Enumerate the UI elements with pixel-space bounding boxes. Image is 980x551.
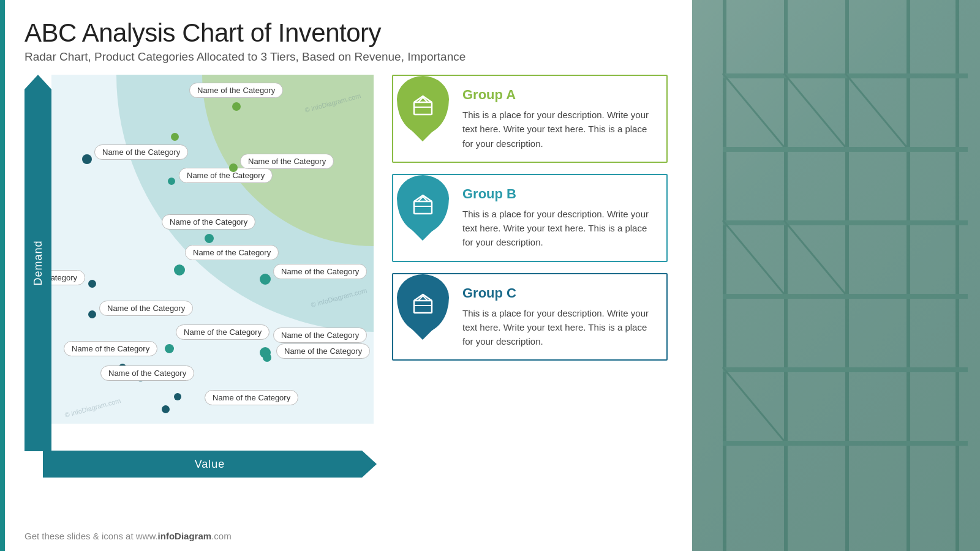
group-a-icon-container bbox=[392, 76, 453, 134]
group-c-icon-shape bbox=[397, 274, 449, 332]
label-7: Name of the Category bbox=[51, 270, 85, 285]
group-c-card: Group C This is a place for your descrip… bbox=[392, 273, 668, 361]
label-8: Name of the Category bbox=[273, 264, 367, 279]
svg-rect-1 bbox=[784, 0, 788, 551]
group-a-text: Group A This is a place for your descrip… bbox=[453, 87, 655, 151]
header: ABC Analysis Chart of Inventory Radar Ch… bbox=[24, 18, 668, 64]
box-icon-a bbox=[409, 91, 437, 119]
box-icon-b bbox=[409, 190, 437, 218]
data-point-5: Name of the Category bbox=[229, 163, 238, 172]
dot-7 bbox=[88, 280, 96, 288]
label-6: Name of the Category bbox=[162, 214, 255, 230]
data-point-15 bbox=[162, 405, 170, 413]
data-point-3: Name of the Category bbox=[168, 178, 175, 185]
box-icon-c bbox=[409, 290, 437, 317]
svg-rect-7 bbox=[723, 220, 968, 225]
page-title: ABC Analysis Chart of Inventory bbox=[24, 18, 668, 48]
content-row: Demand © infoDiagram.com © infoDiagram.c… bbox=[24, 75, 668, 478]
label-11: Name of the Category bbox=[176, 324, 270, 340]
label-2: Name of the Category bbox=[94, 144, 188, 160]
svg-line-14 bbox=[723, 220, 784, 294]
data-point-8: Name of the Category bbox=[260, 274, 271, 285]
group-a-card: Group A This is a place for your descrip… bbox=[392, 75, 668, 163]
svg-rect-6 bbox=[723, 147, 968, 152]
label-1: Name of the Category bbox=[189, 83, 283, 98]
dot-5 bbox=[229, 163, 238, 172]
label-5: Name of the Category bbox=[240, 154, 334, 169]
dot-8 bbox=[260, 274, 271, 285]
svg-rect-21 bbox=[414, 201, 432, 214]
data-point-7b: Name of the Category bbox=[174, 264, 185, 276]
group-c-icon-container bbox=[392, 274, 453, 332]
dot-2 bbox=[82, 154, 92, 164]
svg-line-13 bbox=[845, 73, 907, 147]
group-b-title: Group B bbox=[462, 186, 655, 202]
data-point-7: Name of the Category bbox=[88, 280, 96, 288]
svg-rect-9 bbox=[723, 367, 968, 372]
svg-rect-17 bbox=[414, 102, 432, 114]
dot-15 bbox=[162, 405, 170, 413]
label-10: Name of the Category bbox=[273, 328, 367, 343]
x-axis-bar: Value bbox=[43, 451, 377, 478]
data-point-6: Name of the Category bbox=[205, 234, 214, 243]
label-bottom-right: Name of the Category bbox=[205, 390, 298, 405]
footer-brand: infoDiagram bbox=[158, 531, 212, 541]
label-bottom-left: Name of the Category bbox=[100, 365, 194, 381]
group-c-title: Group C bbox=[462, 285, 655, 301]
group-b-icon-container bbox=[392, 175, 453, 233]
warehouse-overlay bbox=[686, 0, 980, 551]
footer: Get these slides & icons at www.infoDiag… bbox=[24, 531, 232, 541]
group-b-text: Group B This is a place for your descrip… bbox=[453, 186, 655, 250]
group-a-icon-shape bbox=[397, 76, 449, 134]
footer-suffix: .com bbox=[211, 531, 232, 541]
chart-plot: © infoDiagram.com © infoDiagram.com © in… bbox=[51, 75, 374, 424]
data-point-2: Name of the Category bbox=[82, 154, 92, 164]
group-b-description: This is a place for your description. Wr… bbox=[462, 207, 655, 250]
svg-rect-2 bbox=[845, 0, 849, 551]
main-content: ABC Analysis Chart of Inventory Radar Ch… bbox=[0, 0, 692, 551]
y-axis-bar: Demand bbox=[24, 75, 51, 451]
label-mid-left: Name of the Category bbox=[64, 341, 157, 356]
x-axis-container: Value bbox=[43, 451, 374, 478]
data-point-16 bbox=[174, 393, 181, 400]
svg-line-16 bbox=[723, 367, 784, 441]
data-point-14: Name of the Category bbox=[263, 353, 271, 362]
svg-line-15 bbox=[784, 220, 845, 294]
data-point-4 bbox=[171, 133, 179, 141]
dot-16 bbox=[174, 393, 181, 400]
data-point-1: Name of the Category bbox=[232, 102, 241, 111]
x-axis-label: Value bbox=[195, 458, 225, 471]
dot-9 bbox=[88, 310, 96, 318]
label-9: Name of the Category bbox=[99, 301, 193, 316]
label-14: Name of the Category bbox=[276, 343, 370, 359]
dot-4 bbox=[171, 133, 179, 141]
label-7b: Name of the Category bbox=[185, 245, 279, 260]
svg-rect-3 bbox=[907, 0, 910, 551]
svg-rect-8 bbox=[723, 294, 968, 299]
y-axis-label: Demand bbox=[32, 240, 45, 285]
dot-1 bbox=[232, 102, 241, 111]
dot-11 bbox=[165, 344, 174, 353]
dot-6 bbox=[205, 234, 214, 243]
svg-rect-0 bbox=[723, 0, 726, 551]
footer-text: Get these slides & icons at www.infoDiag… bbox=[24, 531, 232, 541]
watermark-1: © infoDiagram.com bbox=[64, 397, 121, 419]
label-3: Name of the Category bbox=[179, 168, 273, 183]
groups-panel: Group A This is a place for your descrip… bbox=[392, 75, 668, 478]
svg-rect-10 bbox=[723, 441, 968, 446]
svg-line-11 bbox=[723, 73, 784, 147]
dot-3 bbox=[168, 178, 175, 185]
left-accent-bar bbox=[0, 0, 5, 551]
svg-rect-4 bbox=[956, 0, 959, 551]
group-b-card: Group B This is a place for your descrip… bbox=[392, 174, 668, 262]
data-point-9: Name of the Category bbox=[88, 310, 96, 318]
svg-line-12 bbox=[784, 73, 845, 147]
group-c-text: Group C This is a place for your descrip… bbox=[453, 285, 655, 349]
data-point-11: Name of the Category bbox=[165, 344, 174, 353]
dot-14 bbox=[263, 353, 271, 362]
group-a-description: This is a place for your description. Wr… bbox=[462, 108, 655, 151]
svg-rect-25 bbox=[414, 301, 432, 313]
page-subtitle: Radar Chart, Product Categories Allocate… bbox=[24, 50, 668, 64]
group-a-title: Group A bbox=[462, 87, 655, 103]
chart-container: Demand © infoDiagram.com © infoDiagram.c… bbox=[24, 75, 374, 478]
